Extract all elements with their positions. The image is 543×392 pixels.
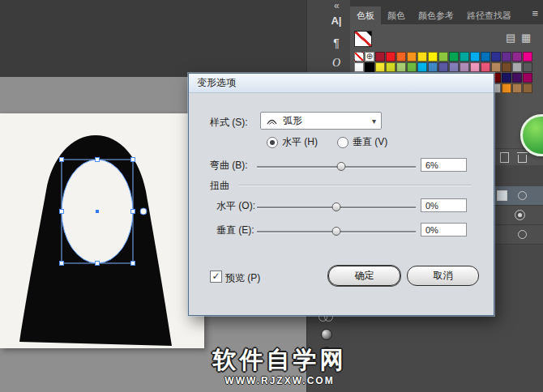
cancel-button[interactable]: 取消 xyxy=(407,266,479,286)
distortion-vertical-slider[interactable] xyxy=(257,231,416,233)
target-circle-icon[interactable] xyxy=(518,230,527,239)
preview-label: 预览 (P) xyxy=(225,271,260,285)
swatch[interactable] xyxy=(417,52,427,62)
arc-style-icon xyxy=(266,117,278,126)
preview-checkbox[interactable]: ✓ xyxy=(210,271,222,283)
tab-pathfinder[interactable]: 路径查找器 xyxy=(460,6,518,24)
swatch[interactable] xyxy=(375,52,385,62)
tab-swatches[interactable]: 色板 xyxy=(350,6,381,24)
layer-thumbnail[interactable] xyxy=(497,190,507,201)
rotate-widget-handle[interactable] xyxy=(140,208,147,215)
swatch[interactable] xyxy=(502,52,511,62)
swatch[interactable] xyxy=(375,62,385,72)
swatch[interactable] xyxy=(449,62,459,72)
check-icon: ✓ xyxy=(212,271,220,282)
center-point[interactable] xyxy=(96,210,99,213)
swatch[interactable] xyxy=(386,52,395,62)
collapse-dock-icon[interactable]: « xyxy=(334,0,340,11)
section-divider xyxy=(239,185,471,186)
canvas-artwork xyxy=(0,113,204,348)
swatch[interactable] xyxy=(523,62,532,72)
list-view-icon[interactable]: ▤ xyxy=(506,32,515,43)
swatch[interactable] xyxy=(438,52,448,62)
distortion-horizontal-field[interactable] xyxy=(421,198,467,212)
swatch[interactable] xyxy=(460,62,469,72)
swatch[interactable] xyxy=(523,83,532,93)
radio-vertical-label: 垂直 (V) xyxy=(353,135,387,149)
tab-color[interactable]: 颜色 xyxy=(381,6,412,24)
bend-label: 弯曲 (B): xyxy=(210,159,248,173)
ok-button[interactable]: 确定 xyxy=(328,266,400,286)
swatch[interactable] xyxy=(354,62,364,72)
swatch-row xyxy=(354,62,533,72)
warp-style-dropdown[interactable]: 弧形 ▾ xyxy=(260,112,382,130)
swatch[interactable] xyxy=(407,62,417,72)
swatch[interactable] xyxy=(407,52,417,62)
swatch[interactable] xyxy=(449,52,459,62)
tab-color-guide[interactable]: 颜色参考 xyxy=(412,6,460,24)
grid-view-icon[interactable]: ▦ xyxy=(521,32,531,43)
panel-menu-icon[interactable]: ≡ xyxy=(532,7,538,19)
swatch-none[interactable] xyxy=(354,31,372,47)
swatch[interactable] xyxy=(428,62,438,72)
swatch[interactable] xyxy=(365,62,374,72)
watermark-url: WWW.RJZXW.COM xyxy=(188,375,371,386)
swatch[interactable] xyxy=(460,52,469,62)
swatch[interactable] xyxy=(523,52,532,62)
swatch-row: ⊕ xyxy=(354,52,533,62)
radio-horizontal-label: 水平 (H) xyxy=(282,135,318,149)
paragraph-panel-icon[interactable]: ¶ xyxy=(326,36,347,49)
warp-options-dialog: 变形选项 样式 (S): 弧形 ▾ 水平 (H) 垂直 (V) 弯曲 (B): … xyxy=(188,73,494,316)
chevron-down-icon: ▾ xyxy=(372,117,376,126)
swatch[interactable] xyxy=(438,62,448,72)
swatch[interactable] xyxy=(502,83,511,93)
style-label: 样式 (S): xyxy=(210,116,248,130)
swatch[interactable] xyxy=(470,62,480,72)
swatch[interactable] xyxy=(502,73,511,83)
swatch[interactable] xyxy=(417,62,427,72)
radio-vertical[interactable]: 垂直 (V) xyxy=(337,135,387,149)
bend-slider-thumb[interactable] xyxy=(336,162,345,171)
radio-vertical-circle[interactable] xyxy=(337,137,348,148)
swatch[interactable] xyxy=(512,52,522,62)
watermark-title: 软件自学网 xyxy=(188,346,371,373)
dialog-title-bar[interactable]: 变形选项 xyxy=(189,74,494,93)
distortion-horizontal-label: 水平 (O): xyxy=(216,199,255,213)
swatch[interactable]: ⊕ xyxy=(365,52,374,62)
new-swatch-icon[interactable] xyxy=(500,152,509,163)
swatch[interactable] xyxy=(481,52,490,62)
swatch[interactable] xyxy=(396,52,406,62)
swatch[interactable] xyxy=(523,73,532,83)
warp-style-value: 弧形 xyxy=(283,114,302,128)
bend-value-field[interactable] xyxy=(421,158,467,172)
distortion-vertical-field[interactable] xyxy=(421,223,467,236)
radio-horizontal[interactable]: 水平 (H) xyxy=(267,135,318,149)
swatch[interactable] xyxy=(491,62,501,72)
character-panel-icon[interactable]: A| xyxy=(326,15,347,27)
swatch[interactable] xyxy=(512,83,522,93)
delete-swatch-icon[interactable] xyxy=(518,155,527,163)
panel-tabbar: 色板 颜色 颜色参考 路径查找器 ≡ xyxy=(350,0,543,24)
radio-horizontal-circle[interactable] xyxy=(267,137,278,148)
swatch[interactable] xyxy=(386,62,395,72)
swatch[interactable] xyxy=(481,62,490,72)
canvas-dark-area xyxy=(0,0,306,77)
swatch[interactable] xyxy=(396,62,406,72)
distortion-vertical-label: 垂直 (E): xyxy=(216,224,254,237)
opentype-panel-icon[interactable]: O xyxy=(326,57,347,70)
gradient-panel-icon[interactable] xyxy=(321,329,332,340)
distortion-section-label: 扭曲 xyxy=(210,179,229,193)
swatch[interactable] xyxy=(512,62,522,72)
distortion-horizontal-thumb[interactable] xyxy=(332,202,341,211)
target-circle-icon[interactable] xyxy=(518,191,527,200)
swatch[interactable] xyxy=(491,52,501,62)
swatch[interactable] xyxy=(512,73,522,83)
swatch[interactable] xyxy=(502,62,511,72)
swatch[interactable] xyxy=(428,52,438,62)
distortion-vertical-thumb[interactable] xyxy=(332,227,341,236)
target-selected-icon[interactable] xyxy=(515,210,525,220)
bend-slider[interactable] xyxy=(257,166,416,168)
distortion-horizontal-slider[interactable] xyxy=(257,207,416,209)
swatch[interactable] xyxy=(470,52,480,62)
swatch[interactable] xyxy=(354,52,364,62)
